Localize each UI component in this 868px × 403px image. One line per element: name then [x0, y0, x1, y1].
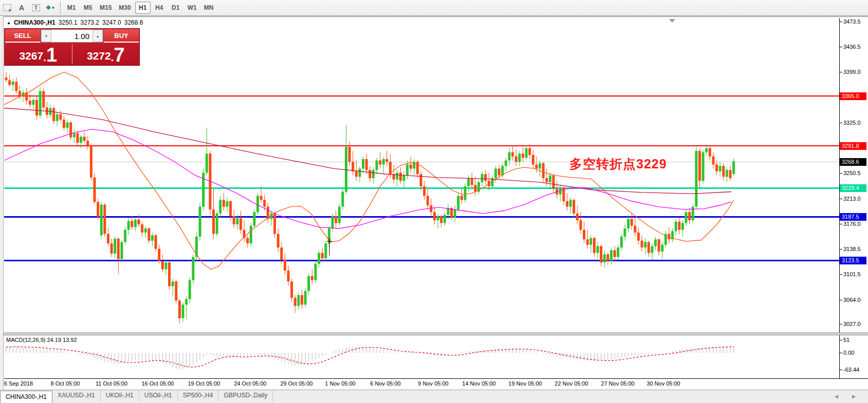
chart-tab-gbpusd-daily[interactable]: GBPUSD-,Daily — [218, 390, 273, 401]
ohlc-high: 3273.2 — [80, 19, 99, 26]
chart-tab-usoil-h1[interactable]: USOil-,H1 — [139, 390, 178, 401]
price-tick-label: 3064.0 — [843, 297, 861, 303]
date-label: 14 Nov 05:00 — [462, 380, 495, 387]
date-label: 11 Oct 05:00 — [96, 380, 127, 387]
price-tick-label: 3101.5 — [843, 271, 861, 277]
ohlc-low: 3247.0 — [102, 19, 121, 26]
price-tick-label: 3176.0 — [843, 221, 861, 227]
date-label: 19 Oct 05:00 — [188, 380, 220, 387]
tab-scroll-arrows[interactable]: ◄ ► — [834, 393, 862, 399]
one-click-trade-panel: SELL ▾ 1.00 ▴ BUY 3267.1 3272.7 — [4, 28, 140, 66]
price-tick-label: 3250.5 — [843, 170, 861, 176]
buy-price[interactable]: 3272.7 — [72, 43, 140, 65]
date-label: 29 Oct 05:00 — [281, 380, 313, 387]
chart-annotation-text: 多空转折点3229 — [569, 156, 667, 172]
date-label: 16 Oct 05:00 — [142, 380, 174, 387]
price-tick-label: 3436.5 — [843, 44, 861, 50]
chart-title: ▲ CHINA300-,H1 3250.1 3273.2 3247.0 3268… — [7, 19, 143, 26]
symbol-label: CHINA300-,H1 — [14, 19, 56, 26]
price-badge: 3268.6 — [840, 158, 866, 166]
date-label: 30 Nov 05:00 — [647, 380, 680, 387]
date-label: 22 Nov 05:00 — [555, 380, 588, 387]
volume-down-button[interactable]: ▾ — [41, 30, 51, 42]
price-badge: 3365.0 — [840, 92, 866, 100]
buy-button[interactable]: BUY — [104, 29, 139, 43]
date-label: 19 Nov 05:00 — [508, 380, 542, 387]
ohlc-close: 3268.6 — [124, 19, 143, 26]
date-label: 6 Nov 05:00 — [370, 380, 400, 387]
price-tick-label: 3399.0 — [843, 69, 861, 75]
price-tick-label: 3473.5 — [843, 18, 861, 25]
macd-tick-label: -63.44 — [843, 367, 859, 373]
sell-price[interactable]: 3267.1 — [5, 43, 72, 65]
price-badge: 3187.5 — [840, 213, 866, 221]
chart-tab-xauusd-h1[interactable]: XAUUSD-,H1 — [52, 390, 101, 401]
chart-tab-ukoil-h1[interactable]: UKOil-,H1 — [101, 390, 139, 401]
sell-button[interactable]: SELL — [5, 29, 40, 43]
macd-pane-border — [4, 378, 868, 379]
price-badge: 3123.5 — [840, 257, 866, 264]
price-tick-label: 3027.0 — [843, 321, 861, 327]
volume-input[interactable]: 1.00 — [51, 32, 93, 41]
price-tick-label: 3325.0 — [843, 120, 861, 126]
window-left-edge — [0, 16, 4, 389]
price-tick-label: 3138.5 — [843, 246, 861, 252]
volume-stepper: ▾ 1.00 ▴ — [41, 29, 103, 43]
date-axis[interactable]: 26 Sep 20188 Oct 05:0011 Oct 05:0016 Oct… — [0, 380, 868, 389]
trading-terminal: A T ❖▼ M1M5M15M30H1H4D1W1MN ▲ CHINA300-,… — [0, 0, 868, 403]
price-tick-label: 3213.0 — [843, 196, 861, 202]
collapse-icon[interactable]: ▲ — [7, 21, 11, 25]
date-label: 24 Oct 05:00 — [234, 380, 267, 387]
pane-splitter[interactable] — [0, 333, 868, 335]
macd-tick-label: 51 — [843, 337, 849, 343]
volume-up-button[interactable]: ▴ — [93, 30, 103, 42]
macd-indicator-label: MACD(12,26,9) 24.19 13.92 — [6, 337, 77, 343]
date-label: 27 Nov 05:00 — [601, 380, 634, 387]
price-badge: 3291.8 — [840, 142, 866, 150]
macd-tick-label: 0.00 — [843, 350, 854, 356]
ohlc-open: 3250.1 — [59, 19, 78, 26]
date-label: 1 Nov 05:00 — [325, 380, 355, 387]
date-label: 26 Sep 2018 — [1, 380, 33, 387]
date-label: 8 Oct 05:00 — [51, 380, 80, 387]
chart-tab-bar: CHINA300-,H1XAUUSD-,H1UKOil-,H1USOil-,H1… — [0, 390, 868, 403]
chart-tab-china300-h1[interactable]: CHINA300-,H1 — [0, 391, 52, 403]
chart-shift-marker-icon[interactable] — [669, 19, 675, 23]
chart-tab-sp500-h4[interactable]: SP500-,H4 — [178, 390, 219, 401]
price-badge: 3229.4 — [840, 184, 866, 192]
macd-values: 24.19 13.92 — [47, 337, 77, 343]
date-label: 9 Nov 05:00 — [418, 380, 448, 387]
